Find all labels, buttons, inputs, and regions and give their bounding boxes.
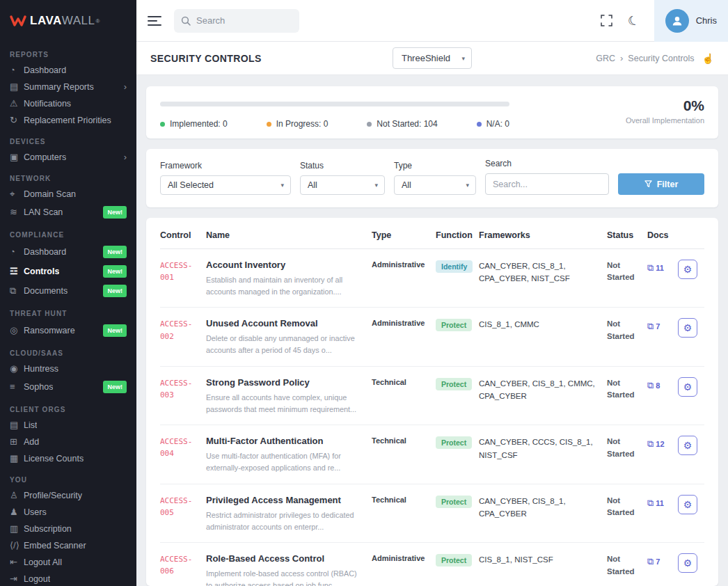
sidebar-item[interactable]: ↻ Replacement Priorities	[0, 112, 136, 129]
sidebar-item[interactable]: ≋ LAN Scan New!	[0, 203, 136, 222]
sidebar-item[interactable]: ⟨/⟩ Embed Scanner	[0, 537, 136, 554]
sidebar-item[interactable]: ▤ List	[0, 417, 136, 434]
control-name[interactable]: Strong Password Policy	[206, 377, 359, 388]
sidebar-item[interactable]: ◔ Dashboard	[0, 62, 136, 79]
sidebar-item[interactable]: ▤ Summary Reports ›	[0, 79, 136, 95]
brand-logo[interactable]: LAVAWALL®	[0, 0, 136, 42]
docs-icon[interactable]: ⧉	[647, 380, 654, 390]
control-name[interactable]: Role-Based Access Control	[206, 553, 359, 564]
function-badge: Protect	[436, 319, 472, 331]
org-selector[interactable]: ThreeShield ▾	[393, 47, 472, 69]
sidebar-item-label: Ransomware	[24, 326, 75, 335]
row-settings-button[interactable]: ⚙	[678, 553, 697, 573]
control-frameworks: CIS_8_1, CMMC	[479, 318, 607, 331]
page-header: SECURITY CONTROLS ThreeShield ▾ GRC › Se…	[136, 42, 728, 75]
breadcrumb-current: Security Controls	[628, 54, 694, 63]
docs-icon[interactable]: ⧉	[647, 321, 654, 331]
legend-label: Not Started: 104	[377, 119, 437, 129]
col-header-name: Name	[206, 230, 372, 240]
control-name[interactable]: Account Inventory	[206, 260, 359, 270]
brand-text-lava: LAVA	[30, 14, 62, 28]
gear-icon: ⚙	[683, 557, 693, 569]
section-title: YOU	[0, 467, 136, 487]
sidebar-item[interactable]: ♟ Users	[0, 504, 136, 521]
app-window: LAVAWALL® REPORTS ◔ Dashboard ▤ Summary …	[0, 0, 728, 586]
legend-dot	[477, 122, 482, 127]
row-settings-button[interactable]: ⚙	[678, 495, 697, 514]
control-name[interactable]: Multi-Factor Authentication	[206, 436, 359, 446]
fullscreen-icon[interactable]	[601, 15, 612, 26]
sidebar-item[interactable]: ◎ Ransomware New!	[0, 321, 136, 340]
breadcrumb-parent[interactable]: GRC	[596, 54, 615, 63]
sidebar-item[interactable]: ☲ Controls New!	[0, 262, 136, 281]
sidebar-item[interactable]: ◔ Dashboard New!	[0, 242, 136, 262]
search-input[interactable]	[196, 15, 292, 26]
table-row: ACCESS-002 Unused Account Removal Delete…	[160, 308, 704, 366]
dashboard-icon: ◔	[10, 65, 24, 75]
sidebar-item[interactable]: ≡ Sophos New!	[0, 377, 136, 397]
legend-item: Not Started: 104	[367, 119, 437, 129]
sidebar-item[interactable]: ⌖ Domain Scan	[0, 186, 136, 203]
sidebar-item[interactable]: ⧉ Documents New!	[0, 281, 136, 301]
docs-icon[interactable]: ⧉	[647, 262, 654, 273]
control-status: Not Started	[607, 436, 647, 460]
dark-mode-icon[interactable]: ☾	[626, 12, 641, 30]
controls-table-card: Control Name Type Function Frameworks St…	[146, 218, 718, 586]
legend-item: N/A: 0	[477, 119, 509, 129]
chevron-down-icon: ▾	[462, 55, 466, 62]
docs-cell: ⧉11	[647, 260, 668, 275]
status-filter-select[interactable]: All ▾	[300, 175, 385, 195]
gear-icon: ⚙	[683, 440, 693, 451]
filter-search-input[interactable]	[485, 173, 609, 195]
user-menu[interactable]: Chris	[654, 0, 728, 42]
docs-count: 7	[656, 322, 660, 331]
sidebar-item[interactable]: ◉ Huntress	[0, 361, 136, 377]
logout-icon: ⇥	[10, 574, 24, 584]
section-title: COMPLIANCE	[0, 222, 136, 242]
type-filter-select[interactable]: All ▾	[394, 175, 476, 195]
docs-icon[interactable]: ⧉	[647, 498, 654, 508]
logout-all-icon: ⇤	[10, 557, 24, 567]
framework-filter-select[interactable]: All Selected ▾	[160, 175, 291, 195]
brand-text-wall: WALL	[62, 14, 95, 28]
sidebar-item[interactable]: ⚠ Notifications	[0, 95, 136, 112]
sidebar-item[interactable]: ▣ Computers ›	[0, 149, 136, 166]
menu-toggle-icon[interactable]	[148, 16, 161, 26]
legend-label: N/A: 0	[486, 119, 509, 129]
chevron-right-icon: ›	[124, 82, 127, 92]
sidebar-section-reports: REPORTS ◔ Dashboard ▤ Summary Reports ›	[0, 42, 136, 129]
control-name[interactable]: Privileged Access Management	[206, 495, 359, 505]
sidebar-item-label: Dashboard	[24, 65, 66, 75]
filter-card: Framework All Selected ▾ Status All ▾ Ty…	[146, 149, 718, 207]
control-name[interactable]: Unused Account Removal	[206, 318, 359, 328]
sidebar-item[interactable]: ♙ Profile/Security	[0, 487, 136, 504]
docs-icon[interactable]: ⧉	[647, 556, 654, 567]
sidebar-item[interactable]: ⇤ Logout All	[0, 554, 136, 571]
sidebar-item-label: Replacement Priorities	[24, 116, 111, 125]
domain-scan-icon: ⌖	[10, 189, 24, 199]
row-settings-button[interactable]: ⚙	[678, 436, 697, 455]
sidebar-item-label: Dashboard	[24, 247, 66, 257]
legend-item: In Progress: 0	[267, 119, 329, 129]
legend-dot	[160, 122, 165, 127]
sidebar-item[interactable]: ⊞ Add	[0, 434, 136, 450]
sidebar-item[interactable]: ▦ License Counts	[0, 450, 136, 467]
sidebar-section-devices: DEVICES ▣ Computers ›	[0, 129, 136, 166]
license-counts-icon: ▦	[10, 454, 24, 464]
col-header-control: Control	[160, 230, 206, 240]
sidebar-item[interactable]: ⇥ Logout	[0, 571, 136, 586]
row-settings-button[interactable]: ⚙	[678, 318, 697, 338]
sidebar-item[interactable]: ▥ Subscription	[0, 521, 136, 537]
replacement-priorities-icon: ↻	[10, 116, 24, 125]
control-description: Ensure all accounts have complex, unique…	[206, 392, 359, 415]
sidebar-item-label: Huntress	[24, 364, 58, 374]
docs-icon[interactable]: ⧉	[647, 438, 654, 449]
row-settings-button[interactable]: ⚙	[678, 260, 697, 279]
progress-bar	[160, 102, 509, 106]
status-filter-label: Status	[300, 161, 385, 171]
notifications-icon: ⚠	[10, 99, 24, 109]
user-name: Chris	[696, 15, 717, 26]
filter-button[interactable]: Filter	[618, 173, 704, 195]
sidebar-item-label: License Counts	[24, 454, 84, 464]
row-settings-button[interactable]: ⚙	[678, 377, 697, 397]
